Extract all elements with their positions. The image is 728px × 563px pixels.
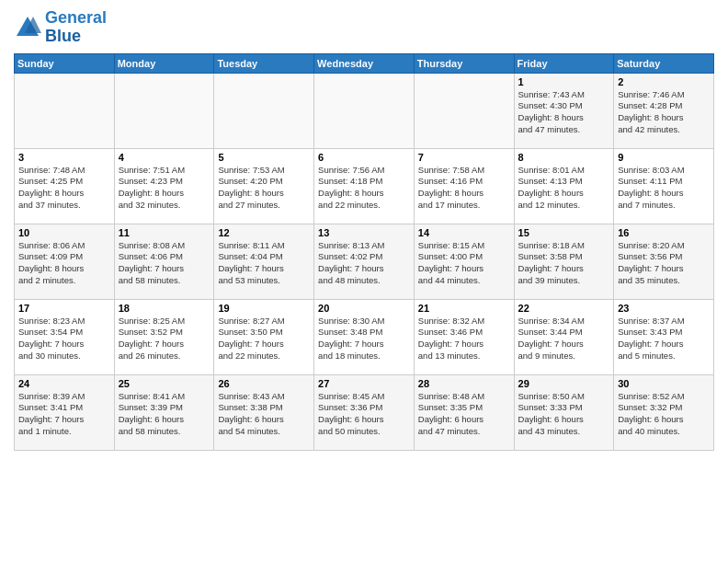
day-number: 13 — [318, 227, 410, 238]
week-row-2: 10Sunrise: 8:06 AM Sunset: 4:09 PM Dayli… — [15, 224, 714, 299]
day-info: Sunrise: 8:30 AM Sunset: 3:48 PM Dayligh… — [318, 316, 410, 362]
day-number: 12 — [218, 227, 310, 238]
page: General Blue SundayMondayTuesdayWednesda… — [0, 0, 728, 563]
day-number: 16 — [618, 227, 710, 238]
calendar-cell: 5Sunrise: 7:53 AM Sunset: 4:20 PM Daylig… — [214, 148, 314, 224]
day-info: Sunrise: 8:06 AM Sunset: 4:09 PM Dayligh… — [18, 240, 110, 287]
day-info: Sunrise: 7:53 AM Sunset: 4:20 PM Dayligh… — [218, 165, 310, 212]
day-number: 30 — [618, 378, 710, 389]
calendar-cell: 26Sunrise: 8:43 AM Sunset: 3:38 PM Dayli… — [214, 374, 314, 450]
day-info: Sunrise: 8:13 AM Sunset: 4:02 PM Dayligh… — [318, 240, 410, 287]
calendar-cell: 27Sunrise: 8:45 AM Sunset: 3:36 PM Dayli… — [314, 374, 415, 450]
calendar-cell: 7Sunrise: 7:58 AM Sunset: 4:16 PM Daylig… — [414, 148, 514, 224]
col-header-monday: Monday — [114, 53, 214, 73]
calendar-cell: 25Sunrise: 8:41 AM Sunset: 3:39 PM Dayli… — [114, 374, 214, 450]
col-header-sunday: Sunday — [15, 53, 115, 73]
day-number: 23 — [618, 303, 710, 314]
calendar-cell: 15Sunrise: 8:18 AM Sunset: 3:58 PM Dayli… — [514, 224, 614, 299]
calendar-cell: 14Sunrise: 8:15 AM Sunset: 4:00 PM Dayli… — [414, 224, 514, 299]
day-number: 1 — [518, 76, 610, 87]
calendar-cell: 3Sunrise: 7:48 AM Sunset: 4:25 PM Daylig… — [15, 148, 115, 224]
calendar-cell: 10Sunrise: 8:06 AM Sunset: 4:09 PM Dayli… — [15, 224, 115, 299]
calendar-cell — [414, 73, 514, 148]
day-info: Sunrise: 8:39 AM Sunset: 3:41 PM Dayligh… — [18, 391, 110, 438]
week-row-3: 17Sunrise: 8:23 AM Sunset: 3:54 PM Dayli… — [15, 299, 714, 374]
calendar-cell: 22Sunrise: 8:34 AM Sunset: 3:44 PM Dayli… — [514, 299, 614, 374]
calendar-cell — [15, 73, 115, 148]
day-info: Sunrise: 8:41 AM Sunset: 3:39 PM Dayligh… — [119, 391, 210, 438]
calendar-cell: 12Sunrise: 8:11 AM Sunset: 4:04 PM Dayli… — [214, 224, 314, 299]
day-number: 2 — [618, 76, 710, 87]
day-info: Sunrise: 8:11 AM Sunset: 4:04 PM Dayligh… — [218, 240, 310, 287]
calendar-cell: 16Sunrise: 8:20 AM Sunset: 3:56 PM Dayli… — [614, 224, 714, 299]
calendar-cell: 13Sunrise: 8:13 AM Sunset: 4:02 PM Dayli… — [314, 224, 415, 299]
day-info: Sunrise: 8:27 AM Sunset: 3:50 PM Dayligh… — [218, 316, 310, 362]
week-row-0: 1Sunrise: 7:43 AM Sunset: 4:30 PM Daylig… — [15, 73, 714, 148]
day-info: Sunrise: 8:50 AM Sunset: 3:33 PM Dayligh… — [518, 391, 610, 438]
day-number: 9 — [618, 152, 710, 163]
day-info: Sunrise: 8:34 AM Sunset: 3:44 PM Dayligh… — [518, 316, 610, 362]
calendar-cell: 20Sunrise: 8:30 AM Sunset: 3:48 PM Dayli… — [314, 299, 415, 374]
logo: General Blue — [14, 9, 107, 46]
calendar-cell — [314, 73, 415, 148]
logo-icon — [14, 14, 41, 41]
day-number: 11 — [119, 227, 210, 238]
calendar-cell: 11Sunrise: 8:08 AM Sunset: 4:06 PM Dayli… — [114, 224, 214, 299]
day-info: Sunrise: 8:48 AM Sunset: 3:35 PM Dayligh… — [418, 391, 510, 438]
day-number: 18 — [119, 303, 210, 314]
calendar-cell: 2Sunrise: 7:46 AM Sunset: 4:28 PM Daylig… — [614, 73, 714, 148]
calendar-cell: 6Sunrise: 7:56 AM Sunset: 4:18 PM Daylig… — [314, 148, 415, 224]
day-number: 22 — [518, 303, 610, 314]
calendar-cell: 29Sunrise: 8:50 AM Sunset: 3:33 PM Dayli… — [514, 374, 614, 450]
day-number: 27 — [318, 378, 410, 389]
calendar-cell — [214, 73, 314, 148]
calendar-cell: 19Sunrise: 8:27 AM Sunset: 3:50 PM Dayli… — [214, 299, 314, 374]
day-info: Sunrise: 7:58 AM Sunset: 4:16 PM Dayligh… — [418, 165, 510, 212]
col-header-saturday: Saturday — [614, 53, 714, 73]
header: General Blue — [14, 9, 714, 46]
day-info: Sunrise: 8:08 AM Sunset: 4:06 PM Dayligh… — [119, 240, 210, 287]
calendar-cell: 28Sunrise: 8:48 AM Sunset: 3:35 PM Dayli… — [414, 374, 514, 450]
col-header-tuesday: Tuesday — [214, 53, 314, 73]
day-number: 25 — [119, 378, 210, 389]
day-number: 15 — [518, 227, 610, 238]
week-row-4: 24Sunrise: 8:39 AM Sunset: 3:41 PM Dayli… — [15, 374, 714, 450]
day-info: Sunrise: 7:43 AM Sunset: 4:30 PM Dayligh… — [518, 89, 610, 136]
col-header-wednesday: Wednesday — [314, 53, 415, 73]
calendar-cell: 18Sunrise: 8:25 AM Sunset: 3:52 PM Dayli… — [114, 299, 214, 374]
calendar-header-row: SundayMondayTuesdayWednesdayThursdayFrid… — [15, 53, 714, 73]
col-header-friday: Friday — [514, 53, 614, 73]
day-info: Sunrise: 7:46 AM Sunset: 4:28 PM Dayligh… — [618, 89, 710, 136]
day-number: 19 — [218, 303, 310, 314]
day-info: Sunrise: 8:20 AM Sunset: 3:56 PM Dayligh… — [618, 240, 710, 287]
day-info: Sunrise: 7:56 AM Sunset: 4:18 PM Dayligh… — [318, 165, 410, 212]
col-header-thursday: Thursday — [414, 53, 514, 73]
day-info: Sunrise: 8:37 AM Sunset: 3:43 PM Dayligh… — [618, 316, 710, 362]
day-number: 7 — [418, 152, 510, 163]
calendar-cell: 23Sunrise: 8:37 AM Sunset: 3:43 PM Dayli… — [614, 299, 714, 374]
day-number: 26 — [218, 378, 310, 389]
day-info: Sunrise: 8:52 AM Sunset: 3:32 PM Dayligh… — [618, 391, 710, 438]
calendar-cell: 30Sunrise: 8:52 AM Sunset: 3:32 PM Dayli… — [614, 374, 714, 450]
calendar-cell: 17Sunrise: 8:23 AM Sunset: 3:54 PM Dayli… — [15, 299, 115, 374]
calendar-cell: 8Sunrise: 8:01 AM Sunset: 4:13 PM Daylig… — [514, 148, 614, 224]
day-info: Sunrise: 8:23 AM Sunset: 3:54 PM Dayligh… — [18, 316, 110, 362]
calendar-cell: 21Sunrise: 8:32 AM Sunset: 3:46 PM Dayli… — [414, 299, 514, 374]
day-number: 8 — [518, 152, 610, 163]
day-number: 14 — [418, 227, 510, 238]
logo-text: General Blue — [45, 9, 107, 46]
calendar-table: SundayMondayTuesdayWednesdayThursdayFrid… — [14, 53, 714, 451]
day-number: 21 — [418, 303, 510, 314]
day-number: 3 — [18, 152, 110, 163]
day-info: Sunrise: 8:43 AM Sunset: 3:38 PM Dayligh… — [218, 391, 310, 438]
day-number: 28 — [418, 378, 510, 389]
day-info: Sunrise: 8:03 AM Sunset: 4:11 PM Dayligh… — [618, 165, 710, 212]
day-info: Sunrise: 8:32 AM Sunset: 3:46 PM Dayligh… — [418, 316, 510, 362]
day-number: 6 — [318, 152, 410, 163]
calendar-cell: 9Sunrise: 8:03 AM Sunset: 4:11 PM Daylig… — [614, 148, 714, 224]
day-info: Sunrise: 8:01 AM Sunset: 4:13 PM Dayligh… — [518, 165, 610, 212]
day-number: 20 — [318, 303, 410, 314]
week-row-1: 3Sunrise: 7:48 AM Sunset: 4:25 PM Daylig… — [15, 148, 714, 224]
day-info: Sunrise: 8:15 AM Sunset: 4:00 PM Dayligh… — [418, 240, 510, 287]
day-number: 29 — [518, 378, 610, 389]
